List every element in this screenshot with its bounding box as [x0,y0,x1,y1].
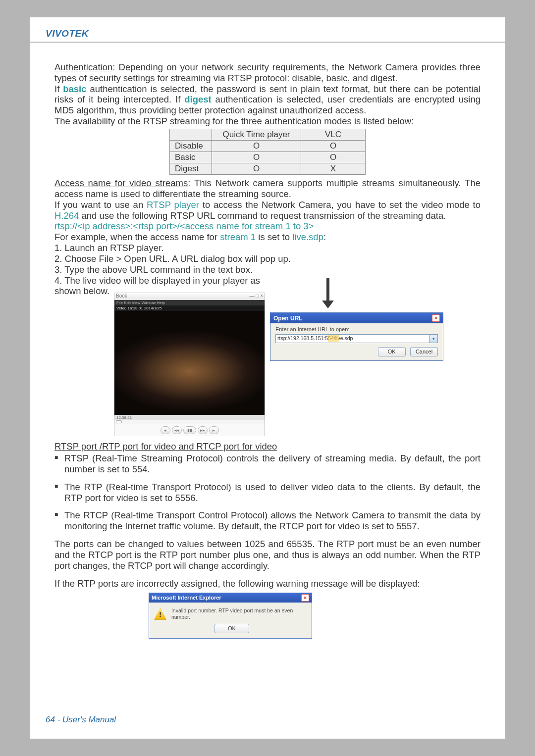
auth-th-qt: Quick Time player [212,129,301,140]
ie-warning-titlebar: Microsoft Internet Explorer × [149,593,312,603]
forward-icon[interactable]: ▸▸ [198,426,208,434]
paragraph-auth-detail: If basic authentication is selected, the… [54,84,481,116]
brand: VIVOTEK [46,28,89,39]
ie-warning-dialog: Microsoft Internet Explorer × ! Invalid … [149,593,312,639]
auth-th-vlc: VLC [301,129,366,140]
ie-warning-message: Invalid port number. RTP video port must… [171,607,307,620]
prev-icon[interactable]: ◂ [160,426,170,434]
kw-basic: basic [63,84,86,94]
rtsp-url-template: rtsp://<ip address>:<rtsp port>/<access … [54,221,481,232]
step-2: 2. Choose File > Open URL. A URL dialog … [54,253,481,264]
player-titlebar: Book — □ × [114,293,265,300]
table-row: Digest O X [170,163,366,175]
rtsp-player-screenshot: Book — □ × File Edit View Window Help Vi… [114,293,265,436]
auth-th-blank [170,129,212,140]
close-icon[interactable]: × [301,594,309,602]
kw-digest: digest [184,94,211,104]
window-controls-icon: — □ × [250,293,263,300]
player-menubar: File Edit View Window Help [114,300,265,305]
access-heading: Access name for video streams [54,178,188,188]
ports-bullet-list: RTSP (Real-Time Streaming Protocol) cont… [54,453,481,532]
table-row: Basic O O [170,152,366,163]
cancel-button[interactable]: Cancel [410,347,438,356]
ports-heading: RTSP port /RTP port for video and RTCP p… [54,441,481,452]
close-icon[interactable]: × [432,314,440,322]
auth-heading: Authentication [54,62,112,72]
page-footer: 64 - User's Manual [46,715,116,725]
chevron-down-icon[interactable]: ▾ [429,334,438,343]
paragraph-rtsp-use: If you want to use an RTSP player to acc… [54,200,481,221]
player-seekbar[interactable] [114,420,265,424]
player-timestamp-overlay: Video 16:38:01 2014/1/25 [114,305,265,311]
list-item: The RTP (Real-time Transport Protocol) i… [54,482,481,504]
step-3: 3. Type the above URL command in the tex… [54,264,481,275]
paragraph-port-rules: The ports can be changed to values betwe… [54,539,481,571]
step-1: 1. Launch an RTSP player. [54,243,481,253]
header-rule [30,42,505,43]
kw-livesdp: live.sdp [292,232,323,242]
highlight-marker [328,335,339,342]
kw-h264: H.264 [54,210,79,221]
player-video-area [114,311,265,415]
player-status: 12:08:21 [114,415,265,420]
paragraph-authentication: Authentication: Depending on your networ… [54,62,481,84]
open-url-dialog: Open URL × Enter an Internet URL to open… [270,312,443,361]
open-url-label: Enter an Internet URL to open: [275,326,438,333]
warning-icon: ! [154,608,166,620]
kw-stream1: stream 1 [220,232,256,242]
kw-rtsp-player: RTSP player [147,200,199,210]
ok-button[interactable]: OK [214,624,249,633]
rewind-icon[interactable]: ◂◂ [172,426,182,434]
next-icon[interactable]: ▸ [209,426,219,434]
ok-button[interactable]: OK [378,347,406,356]
open-url-input[interactable]: rtsp://192.168.5.151:554/live.sdp [275,334,429,343]
paragraph-availability: The availability of the RTSP streaming f… [54,116,481,127]
paragraph-port-warning-intro: If the RTP ports are incorrectly assigne… [54,578,481,589]
list-item: The RTCP (Real-time Transport Control Pr… [54,510,481,532]
list-item: RTSP (Real-Time Streaming Protocol) cont… [54,453,481,475]
player-controls: ◂ ◂◂ ▮▮ ▸▸ ▸ [114,424,265,436]
paragraph-access-name: Access name for video streams: This Netw… [54,178,481,200]
paragraph-example: For example, when the access name for st… [54,232,481,243]
table-row: Disable O O [170,141,366,152]
open-url-titlebar: Open URL × [270,313,443,323]
auth-modes-table: Quick Time player VLC Disable O O Basic … [169,129,366,175]
arrow-down-icon [322,278,334,308]
pause-icon[interactable]: ▮▮ [183,426,196,434]
